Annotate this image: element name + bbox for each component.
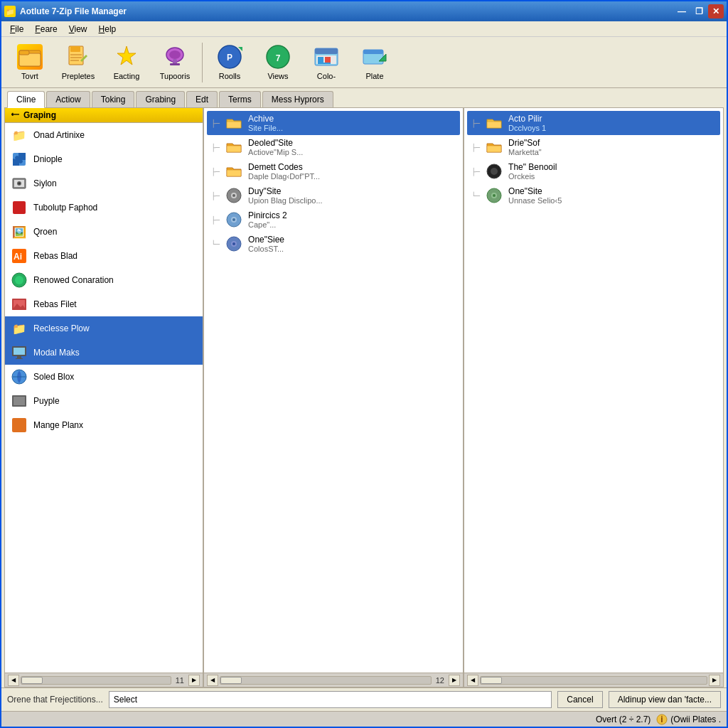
footer-prompt: Orene that Frejectitions... <box>7 695 103 705</box>
close-button[interactable]: ✕ <box>708 4 724 18</box>
file-item[interactable]: ├─ Acto Pilir Dcclvoys 1 <box>467 111 720 135</box>
status-icon-item: i (Owii Plates . <box>656 714 721 725</box>
file-sub: Upion Blag Disclipo... <box>248 196 323 205</box>
mid-scrollbar[interactable] <box>220 676 432 685</box>
tree-prefix: ├─ <box>471 168 480 176</box>
svg-text:i: i <box>661 714 663 724</box>
window-title: Aotlute 7-Zip File Manager <box>20 6 127 16</box>
toolbar-eacting[interactable]: Eacting <box>104 40 149 85</box>
tab-edt[interactable]: Edt <box>186 91 218 107</box>
disc-icon <box>225 211 242 228</box>
footer-input[interactable] <box>109 691 552 708</box>
action-button[interactable]: Aldinup view dan 'facte... <box>609 691 721 708</box>
scanner-icon <box>11 175 28 192</box>
scroll-left-btn[interactable]: ◀ <box>8 675 19 686</box>
main-window: 📁 Aotlute 7-Zip File Manager — ❐ ✕ File … <box>0 0 728 728</box>
item-label: Dniople <box>33 154 63 164</box>
svg-point-36 <box>15 276 23 284</box>
menu-file[interactable]: File <box>4 23 29 36</box>
svg-rect-41 <box>14 348 25 355</box>
list-item[interactable]: Puyple <box>5 389 203 413</box>
file-item[interactable]: ├─ Drie"Sof Marketta" <box>467 135 720 159</box>
item-label: Renowed Conaration <box>33 275 114 285</box>
tupooris-label: Tupooris <box>160 72 190 80</box>
list-item[interactable]: Soled Blox <box>5 365 203 389</box>
file-item[interactable]: ├─ Achive Site File... <box>207 111 460 135</box>
color-icon <box>314 44 339 70</box>
list-item[interactable]: Modal Maks <box>5 341 203 365</box>
list-item[interactable]: Mange Planx <box>5 413 203 437</box>
mid-scroll-right[interactable]: ▶ <box>449 675 460 686</box>
list-item[interactable]: Rebas Filet <box>5 292 203 316</box>
main-content: ⭠ Graping 📁 Onad Artinixe Dniople <box>4 107 724 687</box>
file-item[interactable]: ├─ Pinircics 2 Cape"... <box>207 208 460 232</box>
file-item[interactable]: ├─ Demett Codes Daple Dlag‹Dof"PT... <box>207 159 460 183</box>
toolbar-tupooris[interactable]: Tupooris <box>152 40 198 85</box>
tab-grabing[interactable]: Grabing <box>136 91 185 107</box>
toolbar-views[interactable]: 7 Views <box>255 40 301 85</box>
file-item[interactable]: ├─ Duy"Site Upion Blag Disclipo... <box>207 183 460 208</box>
toolbar-prepletes[interactable]: Prepletes <box>55 40 101 85</box>
toolbar-roolls[interactable]: P Roolls <box>207 40 252 85</box>
file-text: Pinircics 2 Cape"... <box>248 210 287 229</box>
file-name: Achive <box>248 114 283 124</box>
list-item[interactable]: 📁 Onad Artinixe <box>5 123 203 147</box>
file-item[interactable]: └─ One"Site Unnase Selio‹5 <box>467 183 720 208</box>
svg-rect-23 <box>325 57 331 63</box>
file-sub: Dcclvoys 1 <box>508 124 546 132</box>
item-label: Soled Blox <box>33 372 74 382</box>
list-item[interactable]: Siylon <box>5 171 203 196</box>
left-panel-header: ⭠ Graping <box>5 108 203 123</box>
svg-rect-13 <box>170 63 180 65</box>
item-label: Onad Artinixe <box>33 130 85 140</box>
far-panel: ├─ Acto Pilir Dcclvoys 1 ├─ <box>464 108 723 687</box>
svg-text:7: 7 <box>276 53 281 63</box>
cancel-button[interactable]: Cancel <box>557 691 602 708</box>
list-item[interactable]: Ai Rebas Blad <box>5 244 203 268</box>
list-item[interactable]: 🖼️ Qroen <box>5 220 203 244</box>
left-scrollbar[interactable] <box>21 676 171 685</box>
menu-help[interactable]: Help <box>93 23 122 36</box>
color-label: Colo- <box>317 72 336 80</box>
tab-actiow[interactable]: Actiow <box>46 91 90 107</box>
file-item[interactable]: ├─ The" Benooil Orckeis <box>467 159 720 183</box>
status-bar: Overt (2 ÷ 2.7) i (Owii Plates . <box>1 711 727 727</box>
tab-toking[interactable]: Toking <box>92 91 135 107</box>
folder-icon <box>225 163 242 180</box>
mid-scroll-left[interactable]: ◀ <box>207 675 218 686</box>
folder-open-icon <box>486 114 503 132</box>
file-item[interactable]: ├─ Deoled"Site Actiove"Mip S... <box>207 135 460 159</box>
monitor-icon <box>11 344 28 361</box>
menu-feare[interactable]: Feare <box>29 23 63 36</box>
minimize-button[interactable]: — <box>674 4 690 18</box>
title-controls: — ❐ ✕ <box>674 4 724 18</box>
file-sub: Orckeis <box>508 172 557 181</box>
tab-terms[interactable]: Terms <box>219 91 261 107</box>
list-item[interactable]: Renowed Conaration <box>5 268 203 292</box>
file-item[interactable]: └─ One"Siee ColosST... <box>207 232 460 256</box>
scroll-right-btn[interactable]: ▶ <box>188 675 200 686</box>
svg-point-11 <box>169 50 181 59</box>
item-label: Tubolutp Faphod <box>33 203 97 213</box>
mid-file-list: ├─ Achive Site File... ├─ <box>204 108 463 673</box>
toolbar-tovrt[interactable]: Tovrt <box>7 40 53 85</box>
far-scrollbar[interactable] <box>480 676 707 685</box>
far-scroll-right[interactable]: ▶ <box>709 675 720 686</box>
toolbar-color[interactable]: Colo- <box>304 40 349 85</box>
title-bar: 📁 Aotlute 7-Zip File Manager — ❐ ✕ <box>1 1 727 21</box>
list-item[interactable]: Tubolutp Faphod <box>5 196 203 220</box>
ai-icon: Ai <box>11 247 28 264</box>
tovrt-label: Tovrt <box>21 72 38 80</box>
item-label: Qroen <box>33 227 57 237</box>
file-text: Drie"Sof Marketta" <box>508 138 542 156</box>
list-item[interactable]: 📁 Reclesse Plow <box>5 316 203 341</box>
tree-prefix: ├─ <box>211 192 220 200</box>
restore-button[interactable]: ❐ <box>691 4 707 18</box>
tab-mess[interactable]: Mess Hyprors <box>262 91 333 107</box>
tab-cline[interactable]: Cline <box>7 91 45 108</box>
image-icon: 🖼️ <box>11 223 28 240</box>
toolbar-plate[interactable]: Plate <box>352 40 397 85</box>
far-scroll-left[interactable]: ◀ <box>467 675 478 686</box>
list-item[interactable]: Dniople <box>5 147 203 171</box>
menu-view[interactable]: View <box>63 23 93 36</box>
